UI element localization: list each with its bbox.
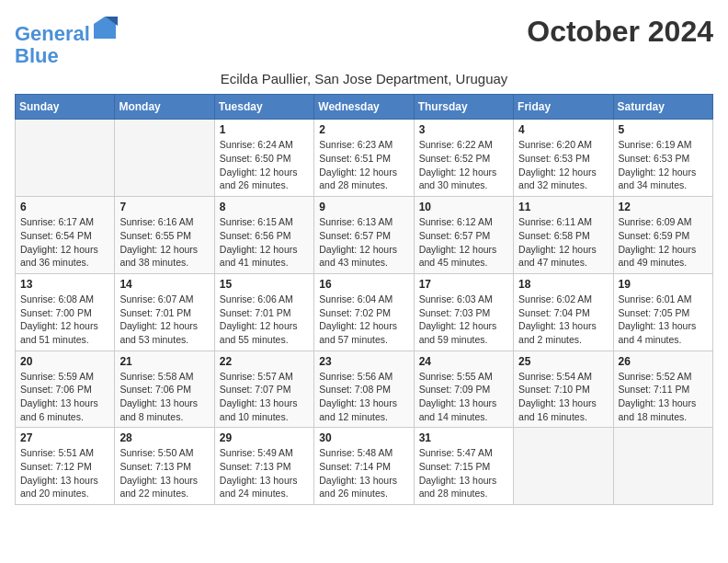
day-info: Sunrise: 5:59 AMSunset: 7:06 PMDaylight:…	[20, 370, 109, 424]
calendar-cell: 28Sunrise: 5:50 AMSunset: 7:13 PMDayligh…	[115, 428, 214, 505]
day-info: Sunrise: 6:03 AMSunset: 7:03 PMDaylight:…	[419, 293, 508, 347]
day-number: 9	[319, 201, 408, 213]
day-info: Sunrise: 5:54 AMSunset: 7:10 PMDaylight:…	[518, 370, 608, 424]
calendar-cell: 19Sunrise: 6:01 AMSunset: 7:05 PMDayligh…	[613, 273, 712, 350]
calendar-cell: 18Sunrise: 6:02 AMSunset: 7:04 PMDayligh…	[514, 273, 613, 350]
day-number: 8	[220, 201, 309, 213]
calendar-cell: 8Sunrise: 6:15 AMSunset: 6:56 PMDaylight…	[214, 197, 313, 274]
calendar-cell: 3Sunrise: 6:22 AMSunset: 6:52 PMDaylight…	[414, 120, 513, 197]
day-number: 13	[20, 278, 109, 291]
calendar-cell: 23Sunrise: 5:56 AMSunset: 7:08 PMDayligh…	[314, 350, 414, 428]
calendar-cell: 16Sunrise: 6:04 AMSunset: 7:02 PMDayligh…	[314, 273, 414, 350]
day-info: Sunrise: 6:01 AMSunset: 7:05 PMDaylight:…	[619, 293, 708, 347]
day-info: Sunrise: 6:06 AMSunset: 7:01 PMDaylight:…	[220, 293, 309, 347]
column-header-wednesday: Wednesday	[314, 95, 414, 120]
calendar-cell: 20Sunrise: 5:59 AMSunset: 7:06 PMDayligh…	[16, 350, 115, 428]
day-number: 10	[419, 201, 508, 213]
calendar-header-row: SundayMondayTuesdayWednesdayThursdayFrid…	[16, 95, 713, 120]
calendar-cell	[613, 428, 712, 505]
day-info: Sunrise: 5:55 AMSunset: 7:09 PMDaylight:…	[419, 370, 508, 424]
day-number: 12	[619, 201, 708, 213]
day-info: Sunrise: 6:12 AMSunset: 6:57 PMDaylight:…	[419, 215, 508, 270]
day-number: 4	[518, 123, 608, 136]
day-info: Sunrise: 6:04 AMSunset: 7:02 PMDaylight:…	[319, 293, 408, 347]
week-row-1: 1Sunrise: 6:24 AMSunset: 6:50 PMDaylight…	[16, 120, 713, 197]
day-info: Sunrise: 5:50 AMSunset: 7:13 PMDaylight:…	[119, 446, 209, 500]
day-number: 16	[319, 278, 408, 291]
calendar-cell: 13Sunrise: 6:08 AMSunset: 7:00 PMDayligh…	[16, 273, 115, 350]
day-number: 30	[319, 431, 408, 444]
column-header-tuesday: Tuesday	[214, 95, 313, 120]
day-info: Sunrise: 5:52 AMSunset: 7:11 PMDaylight:…	[619, 370, 708, 424]
day-number: 17	[419, 278, 508, 291]
calendar-cell: 4Sunrise: 6:20 AMSunset: 6:53 PMDaylight…	[514, 120, 613, 197]
day-number: 25	[518, 355, 608, 368]
day-number: 7	[119, 201, 209, 213]
column-header-saturday: Saturday	[613, 95, 712, 120]
day-number: 15	[220, 278, 309, 291]
calendar-cell: 5Sunrise: 6:19 AMSunset: 6:53 PMDaylight…	[613, 120, 712, 197]
week-row-4: 20Sunrise: 5:59 AMSunset: 7:06 PMDayligh…	[16, 350, 713, 428]
day-number: 20	[20, 355, 109, 368]
page-header: General Blue October 2024	[15, 15, 713, 67]
day-number: 23	[319, 355, 408, 368]
day-info: Sunrise: 5:57 AMSunset: 7:07 PMDaylight:…	[220, 370, 309, 424]
day-info: Sunrise: 5:56 AMSunset: 7:08 PMDaylight:…	[319, 370, 408, 424]
day-info: Sunrise: 6:20 AMSunset: 6:53 PMDaylight:…	[518, 138, 608, 192]
calendar-cell: 17Sunrise: 6:03 AMSunset: 7:03 PMDayligh…	[414, 273, 513, 350]
day-info: Sunrise: 5:49 AMSunset: 7:13 PMDaylight:…	[220, 446, 309, 500]
day-info: Sunrise: 5:47 AMSunset: 7:15 PMDaylight:…	[419, 446, 508, 500]
calendar-cell: 21Sunrise: 5:58 AMSunset: 7:06 PMDayligh…	[115, 350, 214, 428]
calendar-cell: 15Sunrise: 6:06 AMSunset: 7:01 PMDayligh…	[214, 273, 313, 350]
day-number: 3	[419, 123, 508, 136]
calendar-cell: 1Sunrise: 6:24 AMSunset: 6:50 PMDaylight…	[214, 120, 313, 197]
day-number: 29	[220, 431, 309, 444]
week-row-5: 27Sunrise: 5:51 AMSunset: 7:12 PMDayligh…	[16, 428, 713, 505]
day-info: Sunrise: 6:17 AMSunset: 6:54 PMDaylight:…	[20, 215, 109, 270]
day-number: 1	[220, 123, 309, 136]
day-info: Sunrise: 6:07 AMSunset: 7:01 PMDaylight:…	[119, 293, 209, 347]
calendar-cell: 30Sunrise: 5:48 AMSunset: 7:14 PMDayligh…	[314, 428, 414, 505]
logo-icon	[92, 15, 118, 40]
day-number: 14	[119, 278, 209, 291]
logo: General Blue	[15, 15, 118, 67]
calendar-cell	[16, 120, 115, 197]
calendar-cell: 2Sunrise: 6:23 AMSunset: 6:51 PMDaylight…	[314, 120, 414, 197]
day-number: 2	[319, 123, 408, 136]
day-info: Sunrise: 6:13 AMSunset: 6:57 PMDaylight:…	[319, 215, 408, 270]
month-title: October 2024	[527, 15, 713, 49]
day-info: Sunrise: 6:22 AMSunset: 6:52 PMDaylight:…	[419, 138, 508, 192]
calendar-cell: 29Sunrise: 5:49 AMSunset: 7:13 PMDayligh…	[214, 428, 313, 505]
column-header-monday: Monday	[115, 95, 214, 120]
calendar-cell: 26Sunrise: 5:52 AMSunset: 7:11 PMDayligh…	[613, 350, 712, 428]
day-number: 26	[619, 355, 708, 368]
calendar-cell: 7Sunrise: 6:16 AMSunset: 6:55 PMDaylight…	[115, 197, 214, 274]
day-info: Sunrise: 6:15 AMSunset: 6:56 PMDaylight:…	[220, 215, 309, 270]
day-info: Sunrise: 6:23 AMSunset: 6:51 PMDaylight:…	[319, 138, 408, 192]
subtitle: Ecilda Paullier, San Jose Department, Ur…	[15, 71, 713, 86]
calendar-cell: 22Sunrise: 5:57 AMSunset: 7:07 PMDayligh…	[214, 350, 313, 428]
column-header-sunday: Sunday	[16, 95, 115, 120]
day-info: Sunrise: 6:08 AMSunset: 7:00 PMDaylight:…	[20, 293, 109, 347]
logo-line2: Blue	[15, 44, 59, 67]
day-number: 18	[518, 278, 608, 291]
calendar-cell: 11Sunrise: 6:11 AMSunset: 6:58 PMDayligh…	[514, 197, 613, 274]
logo-text: General Blue	[15, 15, 118, 67]
day-number: 31	[419, 431, 508, 444]
week-row-2: 6Sunrise: 6:17 AMSunset: 6:54 PMDaylight…	[16, 197, 713, 274]
day-info: Sunrise: 6:16 AMSunset: 6:55 PMDaylight:…	[119, 215, 209, 270]
day-info: Sunrise: 6:11 AMSunset: 6:58 PMDaylight:…	[518, 215, 608, 270]
calendar-cell	[514, 428, 613, 505]
day-number: 11	[518, 201, 608, 213]
day-number: 24	[419, 355, 508, 368]
column-header-friday: Friday	[514, 95, 613, 120]
day-number: 22	[220, 355, 309, 368]
day-number: 5	[619, 123, 708, 136]
day-number: 6	[20, 201, 109, 213]
calendar-cell: 25Sunrise: 5:54 AMSunset: 7:10 PMDayligh…	[514, 350, 613, 428]
day-number: 27	[20, 431, 109, 444]
day-info: Sunrise: 6:09 AMSunset: 6:59 PMDaylight:…	[619, 215, 708, 270]
day-info: Sunrise: 5:48 AMSunset: 7:14 PMDaylight:…	[319, 446, 408, 500]
week-row-3: 13Sunrise: 6:08 AMSunset: 7:00 PMDayligh…	[16, 273, 713, 350]
calendar-cell: 12Sunrise: 6:09 AMSunset: 6:59 PMDayligh…	[613, 197, 712, 274]
